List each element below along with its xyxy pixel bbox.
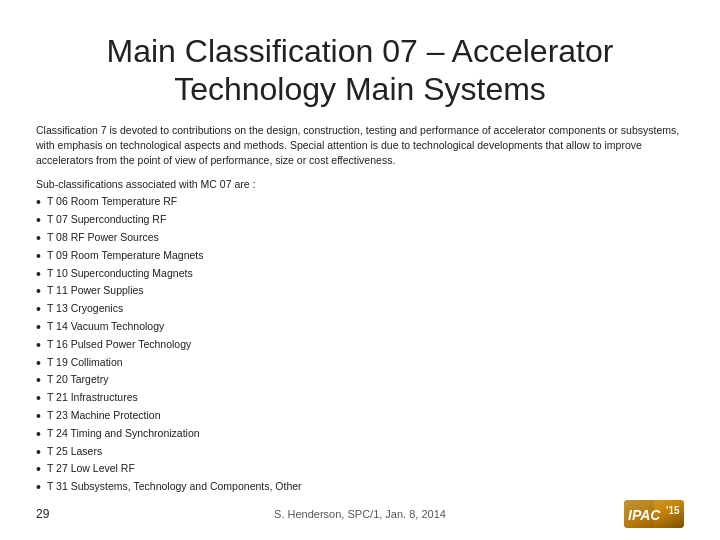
list-item: •T 31 Subsystems, Technology and Compone…	[36, 479, 684, 496]
list-item-text: T 10 Superconducting Magnets	[47, 266, 193, 281]
footer: 29 S. Henderson, SPC/1, Jan. 8, 2014 IPA…	[36, 500, 684, 528]
list-item-text: T 14 Vacuum Technology	[47, 319, 164, 334]
list-item-text: T 08 RF Power Sources	[47, 230, 159, 245]
list-item: •T 21 Infrastructures	[36, 390, 684, 407]
list-item-text: T 06 Room Temperature RF	[47, 194, 177, 209]
bullet-icon: •	[36, 301, 41, 318]
list-item: •T 09 Room Temperature Magnets	[36, 248, 684, 265]
bullet-icon: •	[36, 230, 41, 247]
list-item-text: T 31 Subsystems, Technology and Componen…	[47, 479, 302, 494]
list-item: •T 10 Superconducting Magnets	[36, 266, 684, 283]
subclass-title: Sub-classifications associated with MC 0…	[36, 178, 684, 190]
bullet-icon: •	[36, 212, 41, 229]
slide-title: Main Classification 07 – Accelerator Tec…	[36, 32, 684, 109]
list-item-text: T 20 Targetry	[47, 372, 108, 387]
bullet-icon: •	[36, 479, 41, 496]
list-item-text: T 11 Power Supplies	[47, 283, 144, 298]
list-item: •T 11 Power Supplies	[36, 283, 684, 300]
bullet-icon: •	[36, 319, 41, 336]
bullet-icon: •	[36, 408, 41, 425]
slide: Main Classification 07 – Accelerator Tec…	[0, 0, 720, 540]
bullet-icon: •	[36, 283, 41, 300]
list-item: •T 23 Machine Protection	[36, 408, 684, 425]
list-item: •T 25 Lasers	[36, 444, 684, 461]
classification-list: •T 06 Room Temperature RF•T 07 Supercond…	[36, 194, 684, 496]
list-item: •T 27 Low Level RF	[36, 461, 684, 478]
list-item-text: T 21 Infrastructures	[47, 390, 138, 405]
bullet-icon: •	[36, 426, 41, 443]
list-item: •T 08 RF Power Sources	[36, 230, 684, 247]
list-item: •T 24 Timing and Synchronization	[36, 426, 684, 443]
list-item: •T 14 Vacuum Technology	[36, 319, 684, 336]
svg-text:'15: '15	[666, 505, 680, 516]
page-number: 29	[36, 507, 49, 521]
list-item: •T 07 Superconducting RF	[36, 212, 684, 229]
bullet-icon: •	[36, 266, 41, 283]
description-text: Classification 7 is devoted to contribut…	[36, 123, 684, 169]
bullet-icon: •	[36, 372, 41, 389]
list-item: •T 16 Pulsed Power Technology	[36, 337, 684, 354]
list-item: •T 06 Room Temperature RF	[36, 194, 684, 211]
list-item-text: T 24 Timing and Synchronization	[47, 426, 200, 441]
list-item-text: T 07 Superconducting RF	[47, 212, 166, 227]
bullet-icon: •	[36, 444, 41, 461]
title-line1: Main Classification 07 – Accelerator	[107, 33, 614, 69]
bullet-icon: •	[36, 461, 41, 478]
list-item-text: T 25 Lasers	[47, 444, 102, 459]
list-item-text: T 13 Cryogenics	[47, 301, 123, 316]
svg-text:IPAC: IPAC	[628, 507, 661, 523]
list-item: •T 13 Cryogenics	[36, 301, 684, 318]
list-item: •T 20 Targetry	[36, 372, 684, 389]
ipac-logo: IPAC '15	[624, 500, 684, 528]
list-item-text: T 09 Room Temperature Magnets	[47, 248, 204, 263]
list-item-text: T 19 Collimation	[47, 355, 123, 370]
list-item-text: T 23 Machine Protection	[47, 408, 161, 423]
bullet-icon: •	[36, 390, 41, 407]
footer-credit: S. Henderson, SPC/1, Jan. 8, 2014	[274, 508, 446, 520]
bullet-icon: •	[36, 248, 41, 265]
list-item-text: T 16 Pulsed Power Technology	[47, 337, 191, 352]
list-item: •T 19 Collimation	[36, 355, 684, 372]
bullet-icon: •	[36, 194, 41, 211]
bullet-icon: •	[36, 355, 41, 372]
bullet-icon: •	[36, 337, 41, 354]
title-line2: Technology Main Systems	[174, 71, 546, 107]
list-item-text: T 27 Low Level RF	[47, 461, 135, 476]
